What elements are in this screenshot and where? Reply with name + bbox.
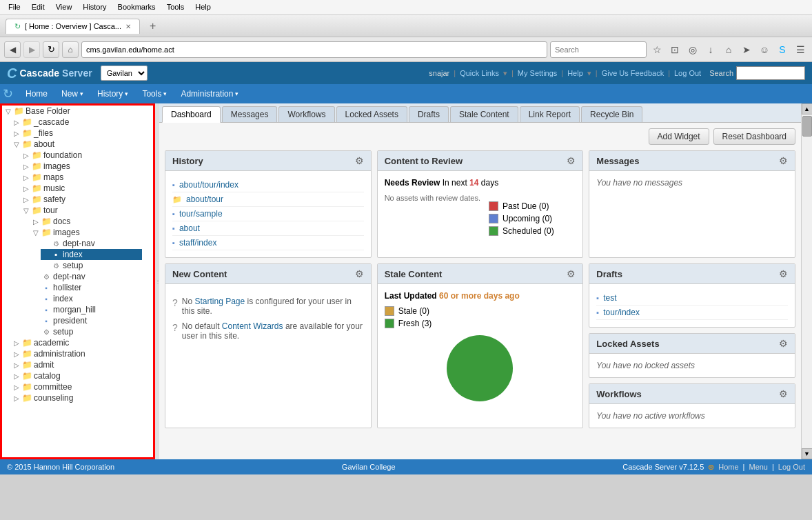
tree-item-index-selected[interactable]: ▪ index (41, 249, 142, 260)
scroll-down-button[interactable]: ▼ (802, 448, 813, 459)
tree-item-academic[interactable]: ▷ 📁 academic (12, 337, 142, 348)
tree-item-base-folder[interactable]: ▽ 📁 Base Folder (2, 106, 142, 117)
browser-search-input[interactable] (550, 41, 647, 58)
toggle-tour[interactable]: ▽ (21, 207, 31, 214)
content-wizards-link[interactable]: Content Wizards (222, 321, 283, 331)
tree-item-maps[interactable]: ▷ 📁 maps (21, 172, 142, 183)
widget-locked-gear[interactable]: ⚙ (779, 338, 788, 349)
scroll-up-button[interactable]: ▲ (802, 103, 813, 114)
draft-link-1[interactable]: tour/index (603, 308, 640, 317)
tab-locked-assets[interactable]: Locked Assets (336, 106, 407, 122)
tree-item-admit[interactable]: ▷ 📁 admit (12, 359, 142, 370)
tree-item-committee[interactable]: ▷ 📁 committee (12, 381, 142, 392)
starting-page-link[interactable]: Starting Page (194, 297, 245, 306)
quick-links-link[interactable]: Quick Links (460, 69, 499, 77)
toggle-academic[interactable]: ▷ (12, 339, 21, 347)
footer-home-link[interactable]: Home (718, 463, 738, 471)
send-icon[interactable]: ➤ (739, 42, 754, 57)
toggle-safety[interactable]: ▷ (21, 196, 31, 203)
new-tab-button[interactable]: + (145, 19, 160, 34)
draft-link-0[interactable]: test (603, 293, 616, 303)
tree-item-docs[interactable]: ▷ 📁 docs (31, 216, 142, 227)
tree-item-hollister[interactable]: ▪ hollister (31, 282, 142, 293)
tree-item-safety[interactable]: ▷ 📁 safety (21, 194, 142, 205)
forward-button[interactable]: ▶ (23, 41, 40, 58)
site-dropdown[interactable]: Gavilan (101, 66, 148, 81)
widget-workflows-gear[interactable]: ⚙ (779, 388, 788, 399)
tab-drafts[interactable]: Drafts (409, 106, 449, 122)
tree-item-tour[interactable]: ▽ 📁 tour (21, 205, 142, 216)
back-button[interactable]: ◀ (4, 41, 21, 58)
site-selector[interactable]: Gavilan (101, 66, 148, 81)
tab-workflows[interactable]: Workflows (278, 106, 334, 122)
toggle-music[interactable]: ▷ (21, 185, 31, 192)
log-out-link[interactable]: Log Out (674, 69, 701, 77)
tree-item-music[interactable]: ▷ 📁 music (21, 183, 142, 194)
tree-item-catalog[interactable]: ▷ 📁 catalog (12, 370, 142, 381)
toggle-committee[interactable]: ▷ (12, 383, 21, 391)
tab-dashboard[interactable]: Dashboard (162, 106, 221, 123)
help-link[interactable]: Help (567, 69, 583, 77)
menu-icon[interactable]: ☰ (793, 42, 808, 57)
tree-item-dept-nav-2[interactable]: ⚙ dept-nav (31, 271, 142, 282)
avatar-icon[interactable]: ☺ (757, 42, 772, 57)
tree-item-images-tour[interactable]: ▽ 📁 images (31, 227, 142, 238)
footer-logout-link[interactable]: Log Out (778, 463, 805, 471)
tab-messages[interactable]: Messages (222, 106, 278, 122)
nav-administration[interactable]: Administration ▾ (174, 86, 245, 101)
toggle-about[interactable]: ▽ (12, 141, 21, 148)
skype-icon[interactable]: S (775, 42, 790, 57)
reset-dashboard-button[interactable]: Reset Dashboard (713, 128, 795, 145)
toggle-images-about[interactable]: ▷ (21, 163, 31, 170)
tree-item-foundation[interactable]: ▷ 📁 foundation (21, 150, 142, 161)
toggle-counseling[interactable]: ▷ (12, 394, 21, 402)
tree-item-cascade[interactable]: ▷ 📁 _cascade (12, 117, 142, 128)
history-link-1[interactable]: about/tour (186, 194, 223, 204)
tree-item-administration[interactable]: ▷ 📁 administration (12, 348, 142, 359)
menu-view[interactable]: View (50, 1, 78, 13)
history-link-3[interactable]: about (179, 223, 200, 233)
toggle-admit[interactable]: ▷ (12, 361, 21, 369)
toggle-files[interactable]: ▷ (12, 130, 21, 137)
tree-item-setup-tour[interactable]: ⚙ setup (31, 326, 142, 337)
history-link-4[interactable]: staff/index (179, 238, 216, 248)
toggle-docs[interactable]: ▷ (31, 218, 41, 226)
widget-review-gear[interactable]: ⚙ (567, 155, 576, 166)
reload-button[interactable]: ↻ (43, 41, 59, 58)
home-button[interactable]: ⌂ (62, 41, 79, 58)
toggle-base-folder[interactable]: ▽ (3, 108, 13, 115)
tree-item-setup-1[interactable]: ⚙ setup (41, 260, 142, 271)
tree-item-about[interactable]: ▽ 📁 about (12, 139, 142, 150)
nav-new[interactable]: New ▾ (54, 86, 90, 101)
toggle-catalog[interactable]: ▷ (12, 372, 21, 380)
menu-history[interactable]: History (77, 1, 112, 13)
footer-menu-link[interactable]: Menu (749, 463, 768, 471)
menu-tools[interactable]: Tools (161, 1, 190, 13)
tab-close-button[interactable]: ✕ (125, 23, 131, 30)
give-feedback-link[interactable]: Give Us Feedback (602, 69, 664, 77)
toggle-cascade[interactable]: ▷ (12, 119, 21, 126)
tree-item-president[interactable]: ▪ president (31, 315, 142, 326)
bookmark-icon[interactable]: ☆ (649, 42, 664, 57)
tree-item-images-about[interactable]: ▷ 📁 images (21, 161, 142, 172)
tab-link-report[interactable]: Link Report (520, 106, 580, 122)
history-link-0[interactable]: about/tour/index (179, 180, 238, 190)
menu-bookmarks[interactable]: Bookmarks (112, 1, 161, 13)
toggle-foundation[interactable]: ▷ (21, 152, 31, 159)
tree-item-morgan-hill[interactable]: ▪ morgan_hill (31, 304, 142, 315)
widget-history-gear[interactable]: ⚙ (355, 155, 364, 166)
scroll-thumb[interactable] (802, 116, 812, 137)
widget-drafts-gear[interactable]: ⚙ (779, 268, 788, 279)
header-search-input[interactable] (736, 66, 805, 80)
tree-item-index-tour[interactable]: ▪ index (31, 293, 142, 304)
widget-stale-gear[interactable]: ⚙ (567, 268, 576, 279)
toggle-administration[interactable]: ▷ (12, 350, 21, 358)
nav-history[interactable]: History ▾ (90, 86, 135, 101)
nav-tools[interactable]: Tools ▾ (135, 86, 174, 101)
nav-home[interactable]: Home (19, 86, 54, 101)
tab-recycle-bin[interactable]: Recycle Bin (581, 106, 642, 122)
pocket-icon[interactable]: ◎ (685, 42, 700, 57)
url-bar[interactable] (81, 41, 547, 58)
add-widget-button[interactable]: Add Widget (649, 128, 709, 145)
widget-new-content-gear[interactable]: ⚙ (355, 268, 364, 279)
